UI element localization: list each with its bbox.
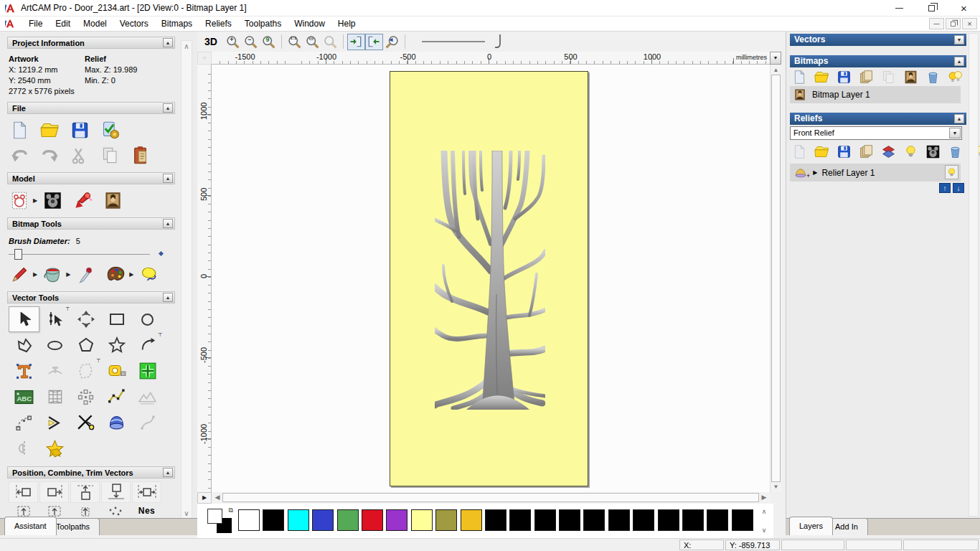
palette-scroll-up-icon[interactable]: ∧	[759, 508, 769, 515]
color-swatch-7[interactable]	[411, 509, 433, 531]
greyscale-from-relief-icon[interactable]	[925, 144, 941, 159]
menu-edit[interactable]: Edit	[49, 17, 77, 30]
align-inside-button[interactable]	[39, 506, 69, 517]
section-bitmap-tools[interactable]: Bitmap Tools ▲	[7, 217, 175, 230]
collapse-button[interactable]: ▲	[163, 38, 173, 47]
vector-texture-tool[interactable]	[132, 384, 163, 410]
paste-along-curve-tool[interactable]	[101, 384, 132, 410]
save-relief-layer-icon[interactable]	[837, 144, 852, 159]
notes-icon[interactable]	[131, 146, 150, 165]
align-top-button[interactable]	[70, 481, 100, 503]
slider-track[interactable]	[9, 254, 150, 255]
primary-color-chip[interactable]	[207, 509, 222, 524]
open-relief-layer-icon[interactable]	[814, 144, 829, 159]
zoom-1to1-button[interactable]: 1:1	[286, 34, 303, 50]
collapse-button[interactable]: ▲	[163, 219, 173, 228]
flyout-arrow-icon[interactable]: ▶	[33, 271, 37, 278]
chevron-down-icon[interactable]: ▼	[949, 128, 961, 138]
extrude-tool[interactable]	[101, 410, 132, 435]
color-swatch-5[interactable]	[362, 509, 383, 531]
menu-file[interactable]: File	[22, 17, 49, 30]
vectors-header[interactable]: Vectors ▼	[790, 34, 966, 46]
zoom-previous-button[interactable]: 9	[260, 34, 278, 50]
close-button[interactable]: ×	[948, 0, 980, 17]
save-model-icon[interactable]	[70, 121, 90, 140]
slider-thumb[interactable]	[14, 249, 22, 260]
scatter-copies-button[interactable]	[101, 506, 131, 517]
section-position-combine-trim[interactable]: Position, Combine, Trim Vectors ▲	[7, 466, 175, 479]
merge-layers-icon[interactable]	[859, 70, 874, 85]
color-swatch-12[interactable]	[534, 509, 556, 531]
block-copy-tool[interactable]	[70, 384, 101, 410]
color-swatch-4[interactable]	[337, 509, 359, 531]
artboard-yellow[interactable]	[390, 71, 588, 486]
right-panel-scrollbar[interactable]	[969, 33, 979, 517]
center-horizontal-button[interactable]	[132, 481, 161, 503]
new-bitmap-layer-icon[interactable]	[792, 70, 807, 85]
canvas-horizontal-scrollbar[interactable]: ◀ ▶	[212, 492, 770, 504]
expand-button[interactable]: ▼	[954, 35, 964, 44]
collapse-button[interactable]: ▲	[163, 293, 173, 302]
menu-window[interactable]: Window	[288, 17, 331, 30]
text-on-curve-tool[interactable]	[39, 358, 70, 384]
section-model[interactable]: Model ▲	[7, 172, 175, 184]
cut-icon[interactable]	[70, 146, 90, 165]
delete-layer-icon[interactable]	[925, 70, 941, 85]
relief-visibility-icon[interactable]	[903, 144, 918, 159]
palette-scroll-down-icon[interactable]: ∨	[759, 527, 769, 534]
new-model-icon[interactable]	[10, 121, 29, 140]
link-colors-icon[interactable]: ⧉	[229, 507, 233, 514]
zoom-out-button[interactable]: −	[242, 34, 260, 50]
brush-diameter-slider[interactable]	[9, 248, 163, 261]
snap-left-button[interactable]	[347, 34, 365, 50]
flyout-arrow-icon[interactable]: ▶	[129, 271, 133, 278]
menu-toolpaths[interactable]: Toolpaths	[238, 17, 288, 30]
color-swatch-1[interactable]	[263, 509, 284, 531]
scroll-left-icon[interactable]: ◀	[212, 492, 223, 504]
menu-model[interactable]: Model	[77, 17, 113, 30]
menu-vectors[interactable]: Vectors	[113, 17, 155, 30]
move-layer-up-button[interactable]: ↑	[939, 183, 951, 193]
relief-select-combo[interactable]: Front Relief ▼	[790, 126, 962, 140]
model-properties-icon[interactable]	[100, 121, 120, 140]
align-left-button[interactable]	[9, 481, 38, 503]
create-text-tool[interactable]	[9, 358, 39, 384]
paste-icon[interactable]	[100, 146, 120, 165]
align-right-button[interactable]	[39, 481, 69, 503]
scroll-down-icon[interactable]: ▼	[771, 484, 781, 490]
node-edit-tool[interactable]: ⊤	[39, 306, 70, 332]
select-vectors-tool[interactable]	[9, 306, 39, 332]
zoom-object-button[interactable]: ▭	[303, 34, 321, 50]
scrollbar-thumb[interactable]	[222, 493, 759, 502]
create-arc-tool[interactable]: ⊤	[132, 332, 163, 358]
restore-button[interactable]	[915, 0, 948, 17]
color-swatch-0[interactable]	[238, 509, 260, 531]
join-vectors-tool[interactable]	[39, 410, 70, 435]
create-star-tool[interactable]	[101, 332, 132, 358]
snap-right-button[interactable]	[365, 34, 383, 50]
menu-bitmaps[interactable]: Bitmaps	[155, 17, 199, 30]
color-swatch-10[interactable]	[485, 509, 507, 531]
color-swatch-19[interactable]	[707, 509, 728, 531]
new-relief-layer-icon[interactable]	[792, 144, 807, 159]
menu-reliefs[interactable]: Reliefs	[199, 17, 238, 30]
flyout-arrow-icon[interactable]: ▶	[33, 197, 37, 204]
palette-icon[interactable]	[106, 265, 126, 284]
scrollbar-thumb[interactable]	[771, 75, 781, 482]
section-project-information[interactable]: Project Information ▲	[7, 37, 175, 49]
pan-zoom-button[interactable]: ◂	[383, 34, 401, 50]
delete-relief-layer-icon[interactable]	[948, 144, 963, 159]
wrap-text-tool[interactable]: ⊤	[70, 358, 101, 384]
bitmap-to-layer-icon[interactable]	[903, 70, 918, 85]
mirror-vectors-tool[interactable]	[9, 435, 39, 461]
merge-relief-layers-icon[interactable]	[859, 144, 874, 159]
relief-layer-row[interactable]: + ▶ Relief Layer 1	[790, 164, 961, 182]
minimize-button[interactable]	[883, 0, 915, 17]
align-bottom-button[interactable]	[101, 481, 131, 503]
bitmaps-header[interactable]: Bitmaps ▲	[790, 55, 966, 67]
child-minimize-button[interactable]	[929, 18, 944, 29]
collapse-button[interactable]: ▲	[954, 57, 964, 66]
color-swatch-18[interactable]	[682, 509, 704, 531]
color-swatch-17[interactable]	[658, 509, 679, 531]
paint-icon[interactable]	[10, 265, 29, 284]
